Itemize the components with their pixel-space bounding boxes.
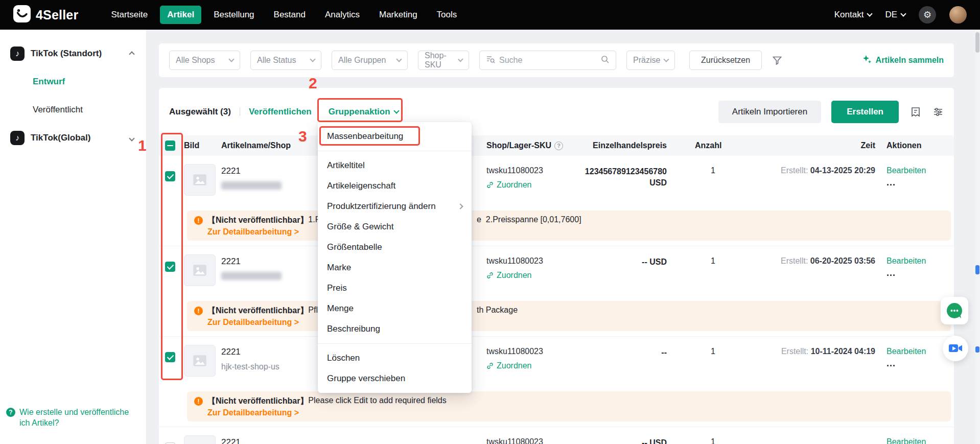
menu-item-artikeltitel[interactable]: Artikeltitel [318, 155, 472, 176]
sidebar-group-tiktok-global[interactable]: ♪ TikTok(Global) [0, 124, 146, 152]
tiktok-icon: ♪ [10, 46, 25, 61]
filter-bar: Alle Shops Alle Status Alle Gruppen Shop… [159, 43, 954, 77]
menu-item-loeschen[interactable]: Löschen [318, 348, 472, 368]
shops-filter-select[interactable]: Alle Shops [169, 51, 240, 70]
menu-item-menge[interactable]: Menge [318, 298, 472, 319]
map-sku-link[interactable]: Zuordnen [486, 271, 532, 280]
product-title: 2221 [221, 166, 241, 176]
collect-articles-label: Artikeln sammeln [876, 56, 944, 65]
quantity: 1 [711, 166, 715, 175]
nav-item-marketing[interactable]: Marketing [372, 6, 425, 24]
more-actions-button[interactable]: ... [886, 177, 896, 188]
header-bild: Bild [184, 135, 199, 156]
user-avatar[interactable] [949, 6, 967, 24]
map-sku-link[interactable]: Zuordnen [486, 180, 532, 190]
group-action-menu: Massenbearbeitung Artikeltitel Artikelei… [318, 122, 472, 393]
retail-price: -- [568, 347, 667, 358]
settings-gear-icon[interactable]: ⚙ [919, 6, 936, 24]
product-thumbnail [184, 254, 216, 286]
edit-link[interactable]: Bearbeiten [886, 437, 926, 444]
contact-menu[interactable]: Kontakt [834, 10, 872, 20]
link-icon [486, 272, 494, 279]
detail-edit-link[interactable]: Zur Detailbearbeitung > [207, 318, 299, 327]
create-button[interactable]: Erstellen [831, 101, 899, 123]
sidebar-group-tiktok-standort[interactable]: ♪ TikTok (Standort) [0, 40, 146, 67]
nav-item-artikel[interactable]: Artikel [160, 6, 201, 24]
scrollbar-track[interactable] [975, 30, 980, 444]
question-icon: ? [6, 408, 15, 417]
select-all-checkbox[interactable] [165, 141, 175, 151]
product-sku: twsku11080023 [486, 256, 543, 266]
warning-banner: ! 【Nicht veröffentlichbar】Please click E… [187, 391, 951, 422]
group-action-button[interactable]: Gruppenaktion [329, 107, 399, 117]
tiktok-icon: ♪ [10, 131, 25, 145]
sku-type-select[interactable]: Shop-SKU [418, 51, 469, 70]
sidebar-item-entwurf[interactable]: Entwurf [33, 68, 65, 96]
row-checkbox[interactable] [165, 262, 175, 272]
brand-logo-icon [13, 5, 31, 25]
menu-item-marke[interactable]: Marke [318, 258, 472, 278]
chevron-down-icon [396, 56, 402, 62]
scrollbar-thumb[interactable] [975, 32, 979, 53]
header-preis: Einzelhandelspreis [568, 135, 667, 156]
export-icon[interactable] [910, 106, 921, 118]
question-icon[interactable]: ? [554, 142, 563, 150]
row-checkbox[interactable] [165, 352, 175, 362]
status-filter-select[interactable]: Alle Status [250, 51, 321, 70]
live-chat-button[interactable] [941, 297, 968, 324]
sidebar-group-label: TikTok(Global) [31, 133, 90, 143]
precision-select[interactable]: Präzise [626, 51, 675, 70]
video-tutorial-button[interactable] [943, 336, 968, 361]
sparkle-icon [862, 55, 872, 66]
menu-item-artikeleigenschaft[interactable]: Artikeleigenschaft [318, 176, 472, 196]
row-checkbox[interactable] [165, 171, 175, 181]
header-zeit: Zeit [746, 135, 875, 156]
groups-filter-select[interactable]: Alle Gruppen [332, 51, 408, 70]
search-input[interactable]: Suche [479, 51, 616, 70]
menu-item-produktzertifizierung[interactable]: Produktzertifizierung ändern [318, 196, 472, 217]
edit-link[interactable]: Bearbeiten [886, 347, 926, 356]
map-sku-link[interactable]: Zuordnen [486, 361, 532, 370]
table-row: 2221 twsku11080023 Zuordnen -- USD 1 Ers… [159, 246, 954, 337]
annotation-step-3: 3 [298, 128, 307, 145]
precision-value: Präzise [633, 56, 660, 65]
edit-link[interactable]: Bearbeiten [886, 256, 926, 266]
menu-item-groesse-gewicht[interactable]: Größe & Gewicht [318, 217, 472, 237]
help-link[interactable]: ? Wie erstelle und veröffentliche ich Ar… [6, 407, 141, 428]
filter-funnel-icon[interactable] [772, 55, 782, 65]
menu-item-gruppe-verschieben[interactable]: Gruppe verschieben [318, 368, 472, 389]
table-header: Bild Artikelname/Shop Shop/Lager-SKU ? E… [159, 135, 954, 156]
menu-item-massenbearbeitung[interactable]: Massenbearbeitung [318, 126, 472, 147]
detail-edit-link[interactable]: Zur Detailbearbeitung > [207, 227, 299, 237]
menu-item-beschreibung[interactable]: Beschreibung [318, 319, 472, 339]
menu-item-preis[interactable]: Preis [318, 278, 472, 298]
table-row: 2221 hjk-test-shop-us twsku11080023 Zuor… [159, 337, 954, 427]
shops-filter-value: Alle Shops [176, 56, 215, 65]
help-text: Wie erstelle und veröffentliche ich Arti… [19, 407, 141, 428]
sidebar-item-veroeffentlicht[interactable]: Veröffentlicht [33, 96, 83, 124]
collect-articles-link[interactable]: Artikeln sammeln [862, 55, 944, 66]
shop-name: hjk-test-shop-us [221, 362, 279, 371]
nav-item-bestellung[interactable]: Bestellung [206, 6, 261, 24]
warning-icon: ! [194, 307, 203, 315]
reset-button[interactable]: Zurücksetzen [689, 51, 762, 70]
language-selector[interactable]: DE [885, 10, 905, 20]
brand-logo[interactable]: 4Seller [13, 5, 78, 25]
chevron-right-icon [457, 203, 463, 209]
column-settings-icon[interactable] [932, 106, 944, 118]
more-actions-button[interactable]: ... [886, 358, 896, 369]
menu-item-groessentabelle[interactable]: Größentabelle [318, 237, 472, 258]
detail-edit-link[interactable]: Zur Detailbearbeitung > [207, 408, 299, 417]
edit-link[interactable]: Bearbeiten [886, 166, 926, 175]
annotation-step-2: 2 [309, 75, 317, 92]
publish-link[interactable]: Veröffentlichen [249, 107, 312, 117]
nav-item-bestand[interactable]: Bestand [267, 6, 313, 24]
warning-text: Please click Edit to add required fields [308, 396, 446, 407]
nav-item-tools[interactable]: Tools [430, 6, 464, 24]
nav-item-startseite[interactable]: Startseite [104, 6, 155, 24]
app-window: 4Seller Startseite Artikel Bestellung Be… [0, 0, 980, 444]
more-actions-button[interactable]: ... [886, 268, 896, 278]
scrollbar-marker [975, 265, 979, 274]
import-articles-button[interactable]: Artikeln Importieren [718, 101, 821, 123]
nav-item-analytics[interactable]: Analytics [318, 6, 367, 24]
